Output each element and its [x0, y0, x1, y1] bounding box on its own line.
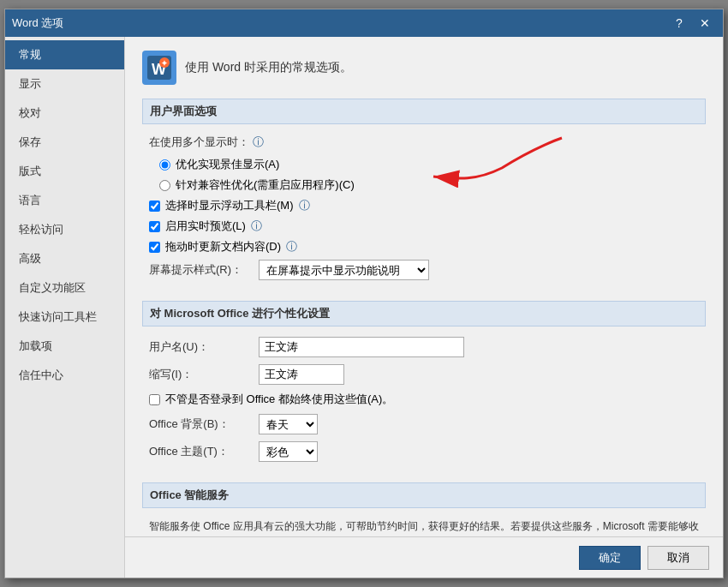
not-always-checkbox[interactable] — [149, 394, 160, 405]
office-theme-select[interactable]: 彩色 深灰色 黑色 白色 — [259, 441, 318, 462]
not-always-label[interactable]: 不管是否登录到 Office 都始终使用这些值(A)。 — [165, 392, 393, 407]
intel-services-section-content: 智能服务使 Office 应用具有云的强大功能，可帮助节约时间，获得更好的结果。… — [142, 518, 706, 536]
screentip-label: 屏幕提示样式(R)： — [149, 262, 252, 278]
personalize-section-content: 用户名(U)： 缩写(I)： 不管是否登录到 Office 都始终使用这些值(A… — [142, 337, 706, 482]
multi-display-label: 在使用多个显示时： ⓘ — [149, 135, 699, 150]
sidebar-item-proofing[interactable]: 校对 — [5, 99, 124, 128]
dialog-title: Word 选项 — [12, 15, 63, 31]
svg-text:✦: ✦ — [161, 59, 168, 68]
radio-optimize-best: 优化实现景佳显示(A) — [159, 157, 699, 172]
section-header-row: W ✦ 使用 Word 时采用的常规选项。 — [142, 51, 706, 85]
sidebar-item-layout[interactable]: 版式 — [5, 157, 124, 186]
username-input[interactable] — [259, 337, 464, 357]
personalize-section-header: 对 Microsoft Office 进行个性化设置 — [142, 301, 706, 326]
ui-section-content: 在使用多个显示时： ⓘ 优化实现景佳显示(A) 针对兼容性优化(需重启应用程序)… — [142, 135, 706, 301]
office-bg-label: Office 背景(B)： — [149, 416, 252, 432]
multi-display-info-icon: ⓘ — [253, 135, 264, 148]
checkbox-floating-toolbar-label[interactable]: 选择时显示浮动工具栏(M) — [165, 198, 294, 213]
sidebar-item-trust-center[interactable]: 信任中心 — [5, 361, 124, 390]
word-options-dialog: Word 选项 ? ✕ 常规 显示 校对 保存 版式 语言 轻松访问 高级 自定… — [4, 9, 724, 578]
checkbox-live-preview: 启用实时预览(L) ⓘ — [149, 219, 699, 234]
sidebar-item-language[interactable]: 语言 — [5, 186, 124, 215]
office-bg-row: Office 背景(B)： 春天 无背景 电路 云彩 树林 — [149, 414, 699, 434]
content-scroll: W ✦ 使用 Word 时采用的常规选项。 用户界面选项 在使用多个显示时： ⓘ — [125, 37, 723, 536]
page-header-text: 使用 Word 时采用的常规选项。 — [185, 60, 352, 75]
checkbox-live-preview-label[interactable]: 启用实时预览(L) — [165, 219, 246, 234]
office-bg-select[interactable]: 春天 无背景 电路 云彩 树林 — [259, 414, 318, 434]
dialog-body: 常规 显示 校对 保存 版式 语言 轻松访问 高级 自定义功能区 快速访问工具栏… — [5, 37, 723, 578]
help-button[interactable]: ? — [668, 15, 690, 32]
sidebar-item-addins[interactable]: 加载项 — [5, 332, 124, 361]
radio-optimize-compat: 针对兼容性优化(需重启应用程序)(C) — [159, 177, 699, 193]
sidebar-item-save[interactable]: 保存 — [5, 128, 124, 157]
checkbox-live-preview-input[interactable] — [149, 221, 160, 232]
radio-optimize-best-input[interactable] — [159, 159, 170, 171]
confirm-button[interactable]: 确定 — [579, 546, 641, 570]
radio-optimize-best-label[interactable]: 优化实现景佳显示(A) — [176, 157, 279, 172]
not-always-row: 不管是否登录到 Office 都始终使用这些值(A)。 — [149, 392, 699, 407]
radio-optimize-compat-label[interactable]: 针对兼容性优化(需重启应用程序)(C) — [176, 177, 355, 193]
sidebar-item-advanced[interactable]: 高级 — [5, 244, 124, 273]
live-preview-info-icon: ⓘ — [251, 219, 262, 234]
sidebar-item-accessibility[interactable]: 轻松访问 — [5, 215, 124, 244]
title-bar-controls: ? ✕ — [668, 15, 716, 32]
checkbox-floating-toolbar-input[interactable] — [149, 201, 160, 212]
word-icon: W ✦ — [142, 51, 176, 85]
sidebar-item-display[interactable]: 显示 — [5, 69, 124, 99]
checkbox-update-on-drag-label[interactable]: 拖动时更新文档内容(D) — [165, 239, 281, 255]
abbr-input[interactable] — [259, 364, 344, 385]
floating-toolbar-info-icon: ⓘ — [299, 198, 310, 213]
title-bar: Word 选项 ? ✕ — [5, 9, 723, 37]
sidebar-item-quick-access[interactable]: 快速访问工具栏 — [5, 302, 124, 332]
office-theme-label: Office 主题(T)： — [149, 444, 252, 459]
checkbox-floating-toolbar: 选择时显示浮动工具栏(M) ⓘ — [149, 198, 699, 213]
screentip-row: 屏幕提示样式(R)： 在屏幕提示中显示功能说明 不在屏幕提示中显示功能说明 不显… — [149, 260, 699, 280]
radio-optimize-compat-input[interactable] — [159, 180, 170, 191]
screentip-select[interactable]: 在屏幕提示中显示功能说明 不在屏幕提示中显示功能说明 不显示屏幕提示 — [259, 260, 429, 280]
office-theme-row: Office 主题(T)： 彩色 深灰色 黑色 白色 — [149, 441, 699, 462]
abbr-row: 缩写(I)： — [149, 364, 699, 385]
sidebar-item-customize-ribbon[interactable]: 自定义功能区 — [5, 273, 124, 302]
username-row: 用户名(U)： — [149, 337, 699, 357]
sidebar: 常规 显示 校对 保存 版式 语言 轻松访问 高级 自定义功能区 快速访问工具栏… — [5, 37, 125, 578]
ui-section-header: 用户界面选项 — [142, 99, 706, 124]
close-button[interactable]: ✕ — [694, 15, 716, 32]
checkbox-update-on-drag: 拖动时更新文档内容(D) ⓘ — [149, 239, 699, 255]
abbr-label: 缩写(I)： — [149, 367, 252, 382]
intel-services-description: 智能服务使 Office 应用具有云的强大功能，可帮助节约时间，获得更好的结果。… — [149, 518, 699, 536]
sidebar-item-general[interactable]: 常规 — [5, 40, 124, 69]
bottom-bar: 确定 取消 — [125, 536, 723, 578]
intel-services-section-header: Office 智能服务 — [142, 482, 706, 508]
username-label: 用户名(U)： — [149, 339, 252, 355]
checkbox-update-on-drag-input[interactable] — [149, 242, 160, 253]
cancel-button[interactable]: 取消 — [647, 546, 709, 570]
content-area: W ✦ 使用 Word 时采用的常规选项。 用户界面选项 在使用多个显示时： ⓘ — [125, 37, 723, 578]
update-drag-info-icon: ⓘ — [286, 239, 297, 255]
